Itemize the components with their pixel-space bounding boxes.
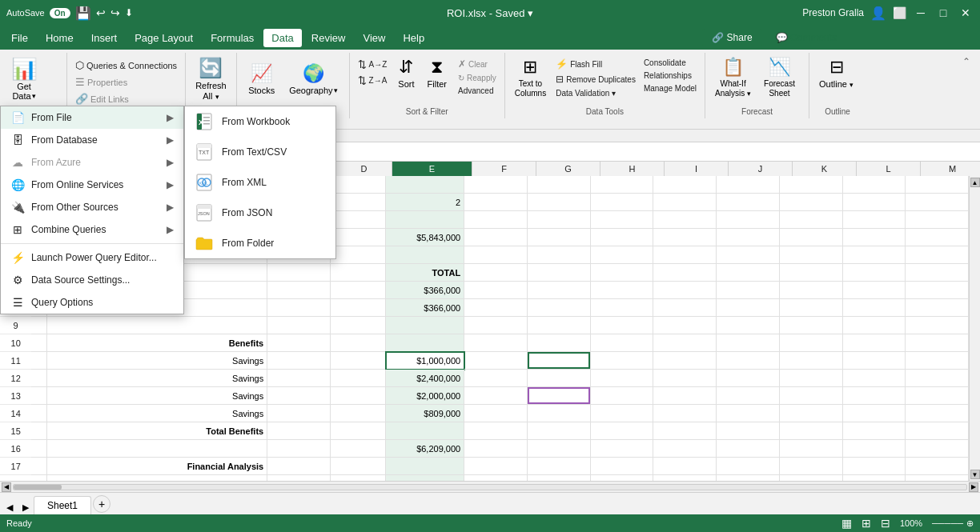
status-right: ▦ ⊞ ⊟ 100% ───── ⊕ xyxy=(841,517,974,530)
consolidate-btn[interactable]: Consolidate xyxy=(641,57,700,69)
tab-bar: ◀ ▶ Sheet1 + xyxy=(0,492,980,514)
autosave-toggle[interactable]: On xyxy=(50,8,70,18)
submenu-item-from-folder[interactable]: From Folder xyxy=(185,228,335,258)
properties-btn[interactable]: ☰Properties xyxy=(72,74,131,90)
flash-fill-btn[interactable]: ⚡Flash Fill xyxy=(552,57,639,71)
sort-filter-group-label: Sort & Filter xyxy=(355,106,500,118)
relationships-btn[interactable]: Relationships xyxy=(641,70,700,82)
sort-az-btn[interactable]: ⇅A→Z xyxy=(355,57,391,72)
combine-queries-icon: ⊞ xyxy=(10,223,25,236)
ribbon-collapse-btn[interactable]: ⌃ xyxy=(956,53,977,118)
save-icon[interactable]: 💾 xyxy=(75,6,91,21)
account-icon[interactable]: 👤 xyxy=(870,6,886,21)
undo-icon[interactable]: ↩ xyxy=(96,6,106,19)
forecast-sheet-btn[interactable]: 📉 ForecastSheet xyxy=(759,54,800,101)
sort-za-btn[interactable]: ⇅Z→A xyxy=(355,73,391,88)
reapply-btn[interactable]: ↻Reapply xyxy=(455,72,500,84)
menu-page-layout[interactable]: Page Layout xyxy=(127,29,201,47)
view-normal-btn[interactable]: ▦ xyxy=(841,517,852,530)
comments-button[interactable]: 💬 Comments xyxy=(767,28,845,47)
add-sheet-btn[interactable]: + xyxy=(93,495,110,513)
table-row: 9 xyxy=(0,317,969,334)
table-row: 10 Benefits xyxy=(0,334,969,352)
menu-item-from-file[interactable]: 📄 From File ▶ xyxy=(1,106,183,129)
minimize-btn[interactable]: ─ xyxy=(913,5,929,21)
xml-icon: XML xyxy=(195,173,214,192)
geography-button[interactable]: 🌍 Geography▾ xyxy=(283,61,343,98)
svg-rect-3 xyxy=(203,117,210,118)
close-btn[interactable]: ✕ xyxy=(958,5,974,21)
menu-item-from-azure[interactable]: ☁ From Azure ▶ xyxy=(1,151,183,174)
edit-links-btn[interactable]: 🔗Edit Links xyxy=(72,91,132,106)
from-database-icon: 🗄 xyxy=(10,134,25,146)
text-to-columns-btn[interactable]: ⊞ Text toColumns xyxy=(510,54,551,101)
workbook-icon: X xyxy=(195,112,214,131)
customize-icon[interactable]: ⬇ xyxy=(125,7,133,18)
remove-duplicates-btn[interactable]: ⊟Remove Duplicates xyxy=(552,72,639,86)
data-validation-btn[interactable]: Data Validation ▾ xyxy=(552,87,639,99)
from-database-label: From Database xyxy=(31,134,98,146)
status-bar: Ready ▦ ⊞ ⊟ 100% ───── ⊕ xyxy=(0,514,980,532)
horizontal-scrollbar[interactable]: ◀ ▶ xyxy=(0,481,980,492)
submenu-item-from-json[interactable]: JSON From JSON xyxy=(185,198,335,228)
from-other-sources-label: From Other Sources xyxy=(31,202,118,213)
stocks-button[interactable]: 📈 Stocks xyxy=(242,61,281,98)
table-row: 16 $6,209,000 xyxy=(0,440,969,458)
menu-item-data-source-settings[interactable]: ⚙ Data Source Settings... xyxy=(1,269,183,291)
menu-item-launch-power-query[interactable]: ⚡ Launch Power Query Editor... xyxy=(1,246,183,269)
filter-button[interactable]: ⧗ Filter xyxy=(423,54,452,91)
menu-item-from-online-services[interactable]: 🌐 From Online Services ▶ xyxy=(1,174,183,196)
menu-formulas[interactable]: Formulas xyxy=(203,29,262,47)
outline-btn[interactable]: ⊟ Outline ▾ xyxy=(814,54,858,91)
vertical-scrollbar[interactable]: ▲ ▼ xyxy=(969,176,980,481)
menu-view[interactable]: View xyxy=(355,29,393,47)
zoom-slider[interactable]: ───── ⊕ xyxy=(932,518,974,529)
restore-btn[interactable]: □ xyxy=(935,5,951,21)
advanced-btn[interactable]: Advanced xyxy=(455,85,500,97)
queries-connections-btn[interactable]: ⬡Queries & Connections xyxy=(72,58,180,73)
menu-item-from-database[interactable]: 🗄 From Database ▶ xyxy=(1,129,183,151)
menu-help[interactable]: Help xyxy=(395,29,432,47)
scroll-tab-right[interactable]: ▶ xyxy=(19,501,32,514)
submenu-item-from-text-csv[interactable]: TXT From Text/CSV xyxy=(185,137,335,167)
col-header-g: G xyxy=(536,162,600,176)
submenu-item-from-workbook[interactable]: X From Workbook xyxy=(185,106,335,137)
table-row: 15 Total Benefits xyxy=(0,422,969,440)
ribbon-display-icon[interactable]: ⬜ xyxy=(893,6,906,19)
get-data-button[interactable]: 📊 Get Data▾ xyxy=(8,54,40,103)
menu-item-combine-queries[interactable]: ⊞ Combine Queries ▶ xyxy=(1,218,183,241)
autosave-label: AutoSave xyxy=(6,8,45,18)
redo-icon[interactable]: ↪ xyxy=(110,6,120,19)
svg-text:XML: XML xyxy=(199,181,209,186)
from-xml-label: From XML xyxy=(222,177,267,188)
share-button[interactable]: 🔗 Share xyxy=(702,29,761,46)
scroll-tab-left[interactable]: ◀ xyxy=(3,501,16,514)
clear-btn[interactable]: ✗Clear xyxy=(455,57,500,71)
query-options-icon: ☰ xyxy=(10,296,25,309)
menu-home[interactable]: Home xyxy=(38,29,82,47)
submenu-list: X From Workbook TXT From Text/CSV xyxy=(184,106,336,259)
menu-review[interactable]: Review xyxy=(303,29,354,47)
menu-item-from-other-sources[interactable]: 🔌 From Other Sources ▶ xyxy=(1,196,183,218)
ribbon-group-outline: ⊟ Outline ▾ Outline xyxy=(809,53,866,118)
view-page-break-btn[interactable]: ⊟ xyxy=(881,517,890,530)
menu-file[interactable]: File xyxy=(3,29,36,47)
from-online-services-arrow: ▶ xyxy=(167,179,174,190)
view-page-layout-btn[interactable]: ⊞ xyxy=(862,517,871,530)
menu-insert[interactable]: Insert xyxy=(83,29,126,47)
menu-item-query-options[interactable]: ☰ Query Options xyxy=(1,291,183,314)
manage-model-btn[interactable]: Manage Model xyxy=(641,82,700,94)
submenu-item-from-xml[interactable]: XML From XML xyxy=(185,167,335,198)
col-header-e: E xyxy=(392,162,472,176)
menu-data[interactable]: Data xyxy=(263,29,301,47)
col-header-l: L xyxy=(857,162,921,176)
menu-bar: File Home Insert Page Layout Formulas Da… xyxy=(0,26,980,50)
from-azure-icon: ☁ xyxy=(10,156,25,169)
table-row: 11 Savings $1,000,000 xyxy=(0,352,969,370)
refresh-button[interactable]: 🔄 Refresh All ▾ xyxy=(191,54,231,104)
what-if-analysis-btn[interactable]: 📋 What-IfAnalysis ▾ xyxy=(710,54,756,101)
data-source-settings-label: Data Source Settings... xyxy=(31,274,130,286)
context-menu-list: 📄 From File ▶ 🗄 From Database ▶ ☁ From A… xyxy=(0,106,184,314)
sort-button[interactable]: ⇵ Sort xyxy=(393,54,419,91)
sheet-tab-sheet1[interactable]: Sheet1 xyxy=(34,496,91,514)
